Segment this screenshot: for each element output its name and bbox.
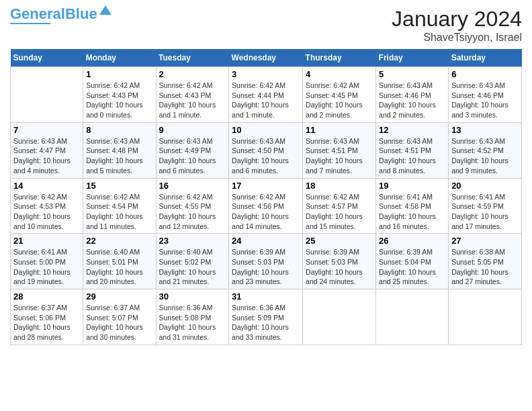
day-number: 16 — [159, 181, 226, 191]
daylight: Daylight: 10 hours and 30 minutes. — [86, 323, 143, 341]
day-number: 10 — [232, 125, 300, 135]
sunrise: Sunrise: 6:38 AM — [451, 248, 505, 256]
day-number: 13 — [451, 125, 519, 135]
day-number: 11 — [306, 125, 373, 135]
title-block: January 2024 ShaveTsiyyon, Israel — [392, 7, 522, 44]
sunset: Sunset: 5:09 PM — [232, 314, 284, 322]
calendar-day: 21 Sunrise: 6:41 AM Sunset: 5:00 PM Dayl… — [11, 234, 83, 289]
header: GeneralBlue January 2024 ShaveTsiyyon, I… — [10, 7, 522, 44]
sunset: Sunset: 4:45 PM — [306, 91, 358, 99]
sunset: Sunset: 4:46 PM — [379, 91, 431, 99]
calendar-day: 3 Sunrise: 6:42 AM Sunset: 4:44 PM Dayli… — [229, 67, 303, 123]
day-info: Sunrise: 6:40 AM Sunset: 5:02 PM Dayligh… — [159, 247, 226, 287]
day-number: 8 — [86, 125, 152, 135]
day-number: 14 — [13, 181, 80, 191]
calendar-day: 24 Sunrise: 6:39 AM Sunset: 5:03 PM Dayl… — [229, 234, 303, 289]
header-monday: Monday — [83, 49, 156, 67]
header-tuesday: Tuesday — [156, 49, 229, 67]
sunrise: Sunrise: 6:39 AM — [232, 248, 285, 256]
daylight: Daylight: 10 hours and 1 minute. — [159, 101, 216, 119]
daylight: Daylight: 10 hours and 8 minutes. — [379, 156, 436, 175]
day-info: Sunrise: 6:39 AM Sunset: 5:03 PM Dayligh… — [306, 247, 373, 287]
day-info: Sunrise: 6:39 AM Sunset: 5:04 PM Dayligh… — [379, 247, 445, 287]
sunrise: Sunrise: 6:43 AM — [86, 137, 140, 145]
calendar-day: 8 Sunrise: 6:43 AM Sunset: 4:48 PM Dayli… — [83, 122, 156, 178]
calendar-day: 29 Sunrise: 6:37 AM Sunset: 5:07 PM Dayl… — [83, 289, 156, 345]
day-info: Sunrise: 6:42 AM Sunset: 4:43 PM Dayligh… — [159, 81, 226, 120]
day-number: 23 — [159, 236, 226, 246]
calendar-week-1: 1 Sunrise: 6:42 AM Sunset: 4:43 PM Dayli… — [11, 67, 522, 123]
calendar-week-5: 28 Sunrise: 6:37 AM Sunset: 5:06 PM Dayl… — [11, 289, 522, 345]
calendar-day: 13 Sunrise: 6:43 AM Sunset: 4:52 PM Dayl… — [449, 122, 522, 178]
logo-text: GeneralBlue — [10, 7, 97, 21]
day-info: Sunrise: 6:37 AM Sunset: 5:06 PM Dayligh… — [13, 303, 80, 342]
sunrise: Sunrise: 6:39 AM — [379, 248, 433, 256]
day-info: Sunrise: 6:43 AM Sunset: 4:49 PM Dayligh… — [159, 136, 226, 176]
sunset: Sunset: 4:48 PM — [86, 146, 138, 154]
header-wednesday: Wednesday — [229, 49, 303, 67]
day-number: 4 — [306, 69, 373, 79]
daylight: Daylight: 10 hours and 33 minutes. — [232, 323, 289, 341]
day-info: Sunrise: 6:43 AM Sunset: 4:52 PM Dayligh… — [451, 136, 519, 176]
day-info: Sunrise: 6:43 AM Sunset: 4:46 PM Dayligh… — [379, 81, 445, 120]
day-number: 5 — [379, 69, 445, 79]
sunrise: Sunrise: 6:42 AM — [13, 193, 67, 201]
daylight: Daylight: 10 hours and 5 minutes. — [86, 156, 143, 175]
calendar-table: Sunday Monday Tuesday Wednesday Thursday… — [10, 49, 522, 345]
day-info: Sunrise: 6:42 AM Sunset: 4:56 PM Dayligh… — [232, 192, 300, 232]
sunrise: Sunrise: 6:39 AM — [306, 248, 359, 256]
sunset: Sunset: 5:04 PM — [379, 258, 431, 266]
sunset: Sunset: 4:57 PM — [306, 202, 358, 210]
daylight: Daylight: 10 hours and 21 minutes. — [159, 268, 216, 286]
calendar-day: 25 Sunrise: 6:39 AM Sunset: 5:03 PM Dayl… — [303, 234, 376, 289]
day-info: Sunrise: 6:43 AM Sunset: 4:48 PM Dayligh… — [86, 136, 152, 176]
sunset: Sunset: 5:00 PM — [13, 258, 66, 266]
daylight: Daylight: 10 hours and 1 minute. — [232, 101, 289, 119]
day-info: Sunrise: 6:43 AM Sunset: 4:47 PM Dayligh… — [13, 136, 80, 176]
day-info: Sunrise: 6:41 AM Sunset: 4:58 PM Dayligh… — [379, 192, 445, 232]
calendar-subtitle: ShaveTsiyyon, Israel — [392, 32, 522, 44]
calendar-day: 1 Sunrise: 6:42 AM Sunset: 4:43 PM Dayli… — [83, 67, 156, 123]
daylight: Daylight: 10 hours and 12 minutes. — [159, 212, 216, 230]
day-number: 31 — [232, 291, 300, 302]
sunset: Sunset: 4:50 PM — [232, 146, 284, 154]
sunrise: Sunrise: 6:43 AM — [451, 81, 505, 89]
sunrise: Sunrise: 6:41 AM — [379, 193, 433, 201]
sunrise: Sunrise: 6:42 AM — [159, 81, 213, 89]
sunset: Sunset: 4:46 PM — [451, 91, 504, 99]
sunset: Sunset: 4:54 PM — [86, 202, 138, 210]
calendar-day: 16 Sunrise: 6:42 AM Sunset: 4:55 PM Dayl… — [156, 178, 229, 234]
sunset: Sunset: 4:47 PM — [13, 146, 66, 154]
sunrise: Sunrise: 6:40 AM — [159, 248, 213, 256]
sunset: Sunset: 5:03 PM — [306, 258, 358, 266]
calendar-day — [449, 289, 522, 345]
daylight: Daylight: 10 hours and 16 minutes. — [379, 212, 436, 230]
daylight: Daylight: 10 hours and 10 minutes. — [13, 212, 71, 230]
daylight: Daylight: 10 hours and 6 minutes. — [159, 156, 216, 175]
daylight: Daylight: 10 hours and 15 minutes. — [306, 212, 363, 230]
day-number: 3 — [232, 69, 300, 79]
calendar-day: 23 Sunrise: 6:40 AM Sunset: 5:02 PM Dayl… — [156, 234, 229, 289]
day-number: 28 — [13, 291, 80, 302]
day-info: Sunrise: 6:42 AM Sunset: 4:53 PM Dayligh… — [13, 192, 80, 232]
sunset: Sunset: 4:43 PM — [159, 91, 212, 99]
day-info: Sunrise: 6:43 AM Sunset: 4:51 PM Dayligh… — [379, 136, 445, 176]
day-number: 19 — [379, 181, 445, 191]
daylight: Daylight: 10 hours and 31 minutes. — [159, 323, 216, 341]
day-info: Sunrise: 6:42 AM Sunset: 4:45 PM Dayligh… — [306, 81, 373, 120]
sunset: Sunset: 4:58 PM — [379, 202, 431, 210]
calendar-day: 17 Sunrise: 6:42 AM Sunset: 4:56 PM Dayl… — [229, 178, 303, 234]
day-number: 18 — [306, 181, 373, 191]
calendar-day: 28 Sunrise: 6:37 AM Sunset: 5:06 PM Dayl… — [11, 289, 83, 345]
sunrise: Sunrise: 6:42 AM — [306, 81, 359, 89]
calendar-week-3: 14 Sunrise: 6:42 AM Sunset: 4:53 PM Dayl… — [11, 178, 522, 234]
sunset: Sunset: 4:43 PM — [86, 91, 138, 99]
calendar-day: 11 Sunrise: 6:43 AM Sunset: 4:51 PM Dayl… — [303, 122, 376, 178]
sunrise: Sunrise: 6:42 AM — [159, 193, 213, 201]
calendar-day: 14 Sunrise: 6:42 AM Sunset: 4:53 PM Dayl… — [11, 178, 83, 234]
daylight: Daylight: 10 hours and 6 minutes. — [232, 156, 289, 175]
header-friday: Friday — [376, 49, 449, 67]
day-info: Sunrise: 6:36 AM Sunset: 5:08 PM Dayligh… — [159, 303, 226, 342]
day-number: 9 — [159, 125, 226, 135]
day-number: 20 — [451, 181, 519, 191]
